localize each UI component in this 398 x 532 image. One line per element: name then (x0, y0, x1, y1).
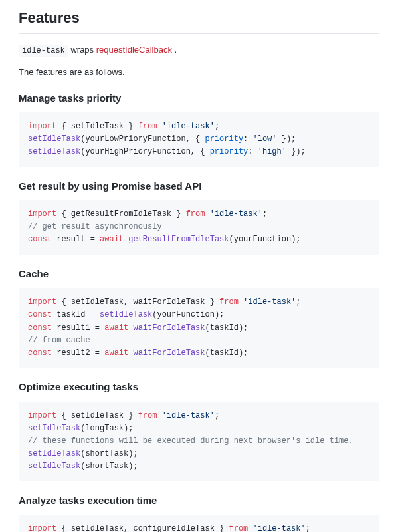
code-token: const (28, 348, 52, 358)
code-block: import { setIdleTask, configureIdleTask … (19, 515, 379, 532)
code-token: } (124, 122, 138, 131)
code-token: import (28, 411, 56, 420)
code-token: setIdleTask (28, 147, 80, 156)
code-token: result (56, 235, 85, 244)
code-token: { (56, 122, 71, 131)
section-heading: Analyze tasks execution time (19, 493, 379, 509)
page-title: Features (19, 7, 379, 34)
code-token: getResultFromIdleTask (71, 209, 171, 219)
code-token: waitForIdleTask (133, 323, 205, 332)
code-token: // from cache (28, 336, 90, 345)
code-token: yourFunction (234, 235, 291, 244)
code-token: }); (277, 134, 296, 144)
code-token: setIdleTask (28, 134, 80, 144)
code-token: ( (205, 348, 210, 358)
code-block: import { setIdleTask } from 'idle-task';… (19, 112, 379, 167)
code-token: import (28, 209, 56, 219)
code-token: setIdleTask (71, 411, 124, 420)
code-token: setIdleTask (71, 524, 124, 532)
intro-tail: . (172, 45, 177, 55)
code-token: longTask (85, 424, 124, 433)
code-token: shortTask (85, 449, 128, 458)
code-token: 'idle-task' (162, 122, 215, 131)
code-token: yourLowPrioryFunction (85, 134, 185, 144)
code-token: = (85, 310, 100, 319)
code-token: 'idle-task' (253, 524, 306, 532)
code-token: from (219, 297, 239, 307)
section-heading: Manage tasks priority (19, 91, 379, 106)
code-token: waitForIdleTask (133, 297, 205, 307)
code-token: taskId (210, 323, 239, 332)
code-token: : (248, 147, 257, 156)
code-token: ); (128, 462, 138, 471)
description: The features are as follows. (19, 66, 379, 79)
code-token: ; (215, 122, 219, 131)
code-token: setIdleTask (100, 310, 152, 319)
code-token (205, 209, 209, 219)
code-token: priority (205, 134, 243, 144)
code-token: setIdleTask (71, 122, 124, 131)
code-token: ); (239, 323, 248, 332)
code-token: ); (128, 449, 138, 458)
code-token: ); (291, 235, 300, 244)
code-token: 'idle-task' (210, 209, 262, 219)
code-token: // get result asynchronously (28, 222, 162, 231)
code-token: configureIdleTask (133, 524, 214, 532)
code-block: import { setIdleTask, waitForIdleTask } … (19, 288, 379, 368)
code-token: setIdleTask (71, 297, 124, 307)
code-token: await (104, 348, 128, 358)
code-token: await (100, 235, 124, 244)
code-token: // these functions will be executed duri… (28, 436, 353, 446)
code-token (157, 122, 161, 131)
code-token: yourFunction (157, 310, 214, 319)
code-token: { (56, 297, 71, 307)
code-token: : (243, 134, 252, 144)
code-token: waitForIdleTask (133, 348, 205, 358)
code-token: import (28, 524, 56, 532)
code-token: const (28, 235, 52, 244)
code-token: ; (296, 297, 300, 307)
code-token: } (171, 209, 186, 219)
code-token: 'idle-task' (243, 297, 296, 307)
section-heading: Optimize executing tasks (19, 380, 379, 395)
code-token: 'low' (252, 134, 276, 144)
code-token: 'high' (258, 147, 286, 156)
intro-paragraph: idle-task wraps requestIdleCallback . (19, 43, 379, 57)
code-token: ; (262, 209, 267, 219)
code-token: } (124, 411, 138, 420)
code-token: shortTask (85, 462, 128, 471)
code-token: = (85, 235, 100, 244)
code-token: ); (215, 310, 224, 319)
code-block: import { setIdleTask } from 'idle-task';… (19, 402, 379, 481)
code-token: { (56, 411, 71, 420)
intro-mid: wraps (68, 45, 96, 55)
code-token: } (205, 297, 219, 307)
code-token: , { (186, 134, 205, 144)
code-token: taskId (56, 310, 85, 319)
code-token: setIdleTask (28, 424, 80, 433)
code-token: setIdleTask (28, 462, 80, 471)
section-heading: Get result by using Promise based API (19, 179, 379, 194)
code-token: from (229, 524, 248, 532)
code-token (248, 524, 252, 532)
code-token: taskId (210, 348, 239, 358)
code-token (157, 411, 161, 420)
code-token: from (138, 411, 157, 420)
code-token: from (186, 209, 205, 219)
code-token: ( (229, 235, 234, 244)
code-token: yourHighPrioryFunction (85, 147, 190, 156)
code-token: 'idle-task' (162, 411, 215, 420)
code-token: , (124, 297, 133, 307)
code-token: { (56, 524, 71, 532)
code-token: ( (205, 323, 210, 332)
code-token: priority (210, 147, 249, 156)
code-token: ; (215, 411, 219, 420)
section-heading: Cache (19, 267, 379, 282)
request-idle-callback-link[interactable]: requestIdleCallback (96, 45, 172, 55)
code-token: , (124, 524, 133, 532)
code-token: import (28, 297, 56, 307)
code-token: from (138, 122, 157, 131)
code-token: = (90, 348, 105, 358)
code-token: const (28, 323, 52, 332)
code-token: } (215, 524, 229, 532)
